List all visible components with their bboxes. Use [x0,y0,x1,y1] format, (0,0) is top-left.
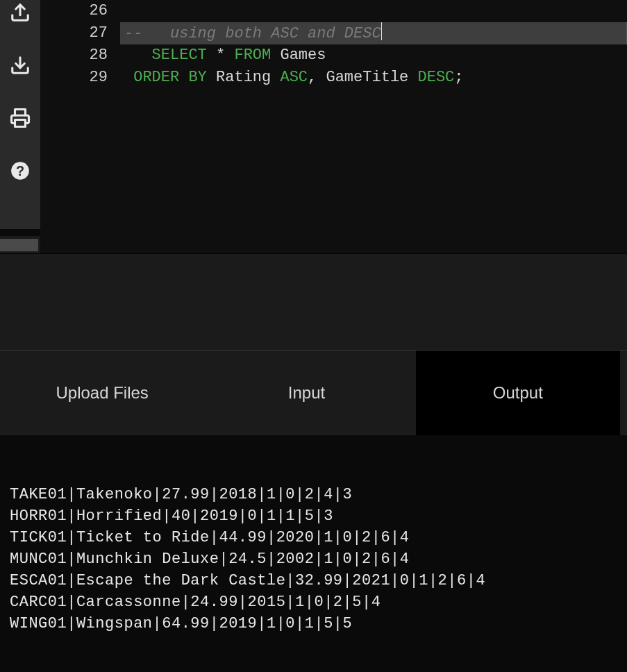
svg-rect-2 [15,120,26,127]
line-number: 29 [40,67,108,89]
io-tabs: Upload Files Input Output [0,351,627,435]
code-token [271,47,280,64]
code-line[interactable]: SELECT * FROM Games [120,44,627,67]
code-token: GameTitle [326,69,408,86]
scrollbar-thumb[interactable] [0,239,38,251]
code-token: ASC [280,69,308,86]
output-row: HORR01|Horrified|40|2019|0|1|1|5|3 [10,505,617,527]
code-line[interactable] [120,0,627,22]
code-token: ; [454,69,463,86]
output-row: MUNC01|Munchkin Deluxe|24.5|2002|1|0|2|6… [10,548,617,570]
output-row: WING01|Wingspan|64.99|2019|1|0|1|5|5 [10,613,617,635]
help-icon[interactable]: ? [8,158,33,183]
code-content[interactable]: -- using both ASC and DESC SELECT * FROM… [120,0,627,253]
code-token [271,69,280,86]
output-row: CARC01|Carcassonne|24.99|2015|1|0|2|5|4 [10,591,617,613]
code-token [207,69,216,86]
code-token [124,47,152,64]
code-line[interactable]: -- using both ASC and DESC [120,22,627,44]
output-row: TAKE01|Takenoko|27.99|2018|1|0|2|4|3 [10,484,617,505]
code-token: Rating [216,69,271,86]
code-token: * [216,47,225,64]
code-editor[interactable]: 26272829 -- using both ASC and DESC SELE… [40,0,627,253]
line-number: 27 [40,22,108,44]
tab-upload-files[interactable]: Upload Files [0,351,204,435]
code-token: ORDER BY [133,69,207,86]
code-token: , [308,69,317,86]
line-number: 26 [40,0,108,22]
code-token: DESC [418,69,455,86]
code-token: -- using both ASC and DESC [124,25,381,42]
code-line[interactable]: ORDER BY Rating ASC, GameTitle DESC; [120,67,627,89]
line-number-gutter: 26272829 [40,0,120,253]
upload-icon[interactable] [8,0,33,25]
code-token: SELECT [152,47,207,64]
sidebar: ? ▶ [0,0,40,229]
code-token [317,69,326,86]
output-row: TICK01|Ticket to Ride|44.99|2020|1|0|2|6… [10,527,617,548]
download-icon[interactable] [8,53,33,78]
output-panel: TAKE01|Takenoko|27.99|2018|1|0|2|4|3HORR… [0,435,627,672]
print-icon[interactable] [8,106,33,131]
svg-text:?: ? [16,163,24,178]
code-token [225,47,234,64]
tab-input[interactable]: Input [204,351,408,435]
text-cursor [381,22,382,40]
line-number: 28 [40,44,108,67]
code-token: FROM [234,47,271,64]
code-token [207,47,216,64]
tab-output[interactable]: Output [416,351,620,435]
middle-empty-panel [0,253,627,351]
code-token [408,69,417,86]
code-token: Games [280,47,326,64]
editor-area: ? ▶ 26272829 -- using both ASC and DESC … [0,0,627,253]
code-token [124,69,133,86]
output-row: ESCA01|Escape the Dark Castle|32.99|2021… [10,570,617,591]
